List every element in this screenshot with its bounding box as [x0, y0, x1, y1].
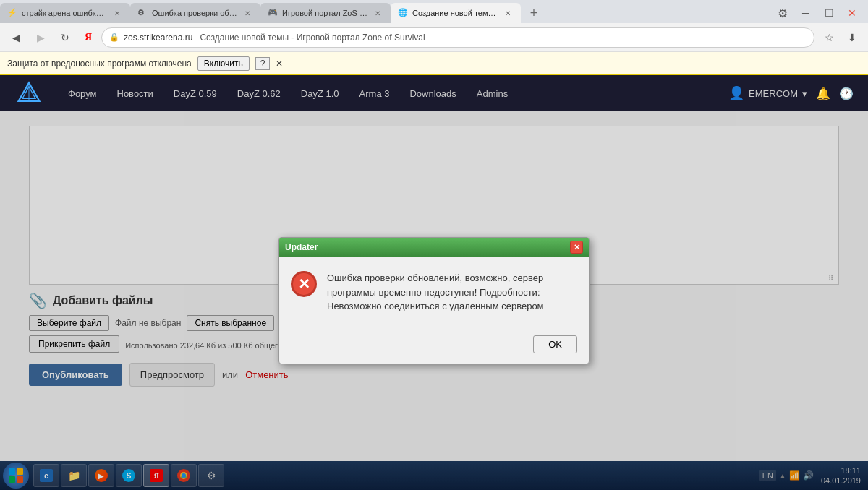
window-settings-btn[interactable]: ⚙ — [773, 3, 793, 23]
nav-downloads[interactable]: Downloads — [399, 75, 466, 111]
dialog-close-btn[interactable]: ✕ — [570, 241, 583, 254]
tab-3[interactable]: 🎮 Игровой портал ZoS Strike... ✕ — [260, 3, 391, 23]
dialog-overlay: Updater ✕ ✕ Ошибка проверки обновлений, … — [0, 111, 868, 490]
notification-close[interactable]: ✕ — [276, 59, 283, 69]
user-icon: 👤 — [728, 85, 744, 101]
nav-dayz10[interactable]: DayZ 1.0 — [291, 75, 349, 111]
lock-icon: 🔒 — [109, 33, 119, 42]
dialog-titlebar: Updater ✕ — [279, 238, 589, 257]
tab-title-4: Создание новой темы - — [412, 9, 498, 17]
user-name: EMERCOM — [749, 88, 798, 99]
tabs-row: ⚡ страйк арена ошибка про... ✕ ⚙ Ошибка … — [0, 0, 868, 23]
nav-right: 👤 EMERCOM ▾ 🔔 🕐 — [728, 85, 854, 101]
window-close-btn[interactable]: ✕ — [842, 3, 862, 23]
tab-favicon-3: 🎮 — [268, 8, 278, 18]
nav-news[interactable]: Новости — [107, 75, 163, 111]
dialog-message: Ошибка проверки обновлений, возможно, се… — [327, 271, 577, 314]
tab-close-2[interactable]: ✕ — [242, 7, 253, 19]
notification-help[interactable]: ? — [255, 57, 271, 70]
yandex-logo: Я — [80, 29, 97, 46]
enable-protection-btn[interactable]: Включить — [197, 56, 250, 71]
nav-forum[interactable]: Форум — [58, 75, 107, 111]
dialog-body: ✕ Ошибка проверки обновлений, возможно, … — [279, 257, 589, 328]
error-icon: ✕ — [291, 271, 317, 297]
browser-toolbar: ◀ ▶ ↻ Я 🔒 zos.strikearena.ru Создание но… — [0, 23, 868, 52]
site-nav: Форум Новости DayZ 0.59 DayZ 0.62 DayZ 1… — [0, 75, 868, 111]
nav-links: Форум Новости DayZ 0.59 DayZ 0.62 DayZ 1… — [58, 75, 728, 111]
tab-title-2: Ошибка проверки обнов... — [152, 9, 237, 17]
browser-frame: ⚡ страйк арена ошибка про... ✕ ⚙ Ошибка … — [0, 0, 868, 490]
website: Форум Новости DayZ 0.59 DayZ 0.62 DayZ 1… — [0, 75, 868, 490]
user-dropdown-icon: ▾ — [802, 88, 807, 99]
bookmark-btn[interactable]: ☆ — [819, 27, 839, 48]
back-button[interactable]: ◀ — [6, 27, 26, 48]
reload-button[interactable]: ↻ — [55, 27, 75, 48]
window-minimize-btn[interactable]: ─ — [796, 3, 816, 23]
notification-text: Защита от вредоносных программ отключена — [7, 59, 192, 69]
window-maximize-btn[interactable]: ☐ — [819, 3, 839, 23]
tab-close-4[interactable]: ✕ — [502, 7, 514, 19]
new-tab-button[interactable]: + — [524, 3, 544, 23]
forward-button[interactable]: ▶ — [30, 27, 51, 48]
url-text: zos.strikearena.ru Создание новой темы -… — [124, 33, 425, 43]
content-area: ⠿ 📎 Добавить файлы Выберите файл Файл не… — [0, 111, 868, 490]
dialog-title: Updater — [285, 242, 318, 252]
nav-dayz062[interactable]: DayZ 0.62 — [227, 75, 291, 111]
tab-close-3[interactable]: ✕ — [372, 7, 383, 19]
tab-title-3: Игровой портал ZoS Strike... — [282, 9, 367, 17]
address-bar[interactable]: 🔒 zos.strikearena.ru Создание новой темы… — [101, 27, 814, 48]
tab-favicon-1: ⚡ — [7, 8, 17, 18]
dialog-window: Updater ✕ ✕ Ошибка проверки обновлений, … — [278, 237, 590, 364]
toolbar-right: ☆ ⬇ — [819, 27, 862, 48]
dialog-footer: OK — [279, 328, 589, 364]
site-logo — [14, 79, 43, 108]
tab-2[interactable]: ⚙ Ошибка проверки обнов... ✕ — [130, 3, 260, 23]
nav-arma3[interactable]: Arma 3 — [349, 75, 400, 111]
user-area[interactable]: 👤 EMERCOM ▾ — [728, 85, 807, 101]
tab-title-1: страйк арена ошибка про... — [22, 9, 107, 17]
tab-1[interactable]: ⚡ страйк арена ошибка про... ✕ — [0, 3, 130, 23]
tab-4[interactable]: 🌐 Создание новой темы - ✕ — [391, 3, 521, 23]
nav-admins[interactable]: Admins — [467, 75, 518, 111]
tab-favicon-4: 🌐 — [398, 8, 408, 18]
ok-button[interactable]: OK — [533, 335, 577, 353]
settings-icon[interactable]: 🕐 — [839, 87, 854, 100]
tab-favicon-2: ⚙ — [137, 8, 148, 18]
tab-close-1[interactable]: ✕ — [111, 7, 123, 19]
notification-bar: Защита от вредоносных программ отключена… — [0, 52, 868, 75]
download-btn[interactable]: ⬇ — [842, 27, 862, 48]
nav-dayz059[interactable]: DayZ 0.59 — [163, 75, 227, 111]
bell-icon[interactable]: 🔔 — [816, 87, 830, 100]
